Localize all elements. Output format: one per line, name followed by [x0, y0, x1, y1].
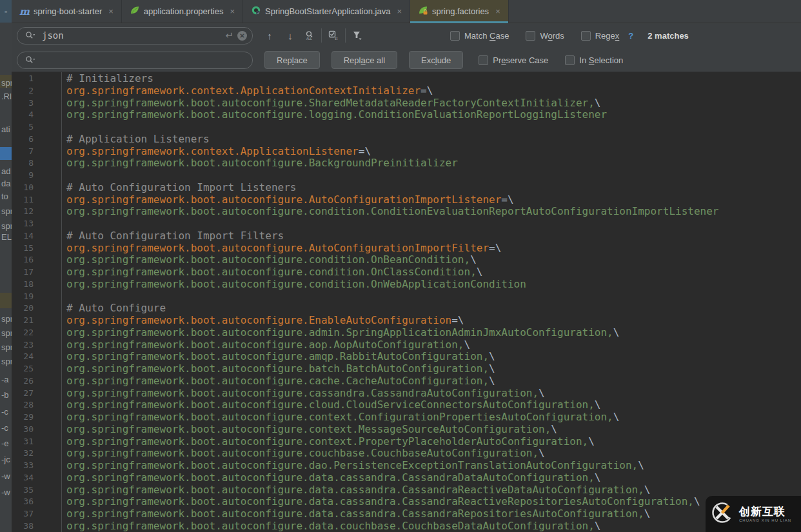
code-line[interactable]: org.springframework.context.ApplicationC… — [66, 85, 801, 97]
code-line[interactable]: org.springframework.boot.autoconfigure.c… — [66, 375, 801, 388]
code-line[interactable]: org.springframework.boot.autoconfigure.c… — [66, 399, 801, 411]
code-line[interactable]: org.springframework.boot.autoconfigure.B… — [66, 157, 801, 170]
close-tab-icon[interactable]: × — [108, 6, 114, 16]
code-line[interactable]: org.springframework.boot.autoconfigure.d… — [66, 496, 801, 508]
tree-item-fragment[interactable]: ati — [1, 124, 10, 135]
close-tab-icon[interactable]: × — [495, 6, 500, 16]
tree-item-fragment[interactable]: -w — [1, 488, 10, 498]
code-line[interactable]: org.springframework.boot.autoconfigure.d… — [66, 472, 801, 484]
tree-selected-row[interactable] — [0, 147, 12, 160]
replace-field[interactable] — [17, 52, 253, 69]
code-line[interactable]: org.springframework.boot.autoconfigure.A… — [66, 242, 801, 255]
replace-search-icon[interactable] — [23, 52, 38, 68]
code-line[interactable]: # Auto Configuration Import Filters — [66, 230, 801, 242]
code-line[interactable]: org.springframework.boot.autoconfigure.c… — [66, 254, 801, 266]
tree-item-fragment[interactable]: to — [1, 192, 8, 202]
tree-item-fragment[interactable]: spr — [1, 342, 12, 353]
tab-spring-boot-starter[interactable]: mspring-boot-starter× — [12, 0, 122, 23]
tab-spring-factories[interactable]: spring.factories× — [410, 0, 509, 23]
code-line[interactable]: org.springframework.boot.autoconfigure.c… — [66, 424, 801, 436]
project-tree-sliver[interactable]: - spr.RlatiaddatosprsprELEsprsprsprspr-a… — [0, 0, 12, 532]
search-field[interactable]: json ↵ ✕ — [17, 27, 253, 44]
tree-item-fragment[interactable]: .Rl — [1, 92, 12, 102]
replace-all-button[interactable]: Replace all — [331, 51, 397, 69]
previous-occurrence-button[interactable]: ↑ — [262, 28, 277, 43]
code-line[interactable]: org.springframework.boot.autoconfigure.E… — [66, 315, 801, 327]
code-line[interactable] — [66, 121, 801, 133]
tree-item-fragment[interactable]: -e — [1, 438, 9, 449]
code-line[interactable]: org.springframework.boot.autoconfigure.c… — [66, 266, 801, 279]
close-tab-icon[interactable]: × — [230, 6, 235, 16]
code-line[interactable]: org.springframework.boot.autoconfigure.a… — [66, 327, 801, 339]
tree-item-fragment[interactable]: spr — [1, 221, 12, 232]
checkbox-box[interactable] — [581, 31, 591, 41]
replace-button[interactable]: Replace — [264, 51, 320, 69]
select-all-occurrences-icon[interactable]: II — [326, 28, 341, 43]
code-line[interactable] — [66, 170, 801, 182]
code-line[interactable]: org.springframework.boot.autoconfigure.c… — [66, 411, 801, 424]
code-line[interactable]: org.springframework.boot.autoconfigure.c… — [66, 436, 801, 448]
code-line[interactable]: # Application Listeners — [66, 133, 801, 146]
code-line[interactable]: # Auto Configure — [66, 302, 801, 315]
code-line[interactable]: org.springframework.boot.autoconfigure.c… — [66, 279, 801, 291]
code-line[interactable]: org.springframework.boot.autoconfigure.S… — [66, 97, 801, 110]
checkbox-regex[interactable]: Regex — [581, 31, 620, 41]
checkbox-in-selection[interactable]: In Selection — [565, 55, 623, 65]
code-line[interactable]: org.springframework.boot.autoconfigure.l… — [66, 109, 801, 121]
code-line[interactable]: org.springframework.boot.autoconfigure.c… — [66, 388, 801, 400]
tree-item-fragment[interactable]: -w — [1, 471, 10, 482]
tree-item-fragment[interactable]: ELE — [1, 232, 12, 242]
tree-item-fragment[interactable]: spr — [1, 328, 12, 339]
code-line[interactable]: org.springframework.boot.autoconfigure.c… — [66, 448, 801, 460]
tab-bar: mspring-boot-starter×application.propert… — [12, 0, 801, 23]
code-line[interactable]: org.springframework.boot.autoconfigure.d… — [66, 460, 801, 472]
find-all-icon[interactable]: ALL — [302, 28, 317, 43]
exclude-button[interactable]: Exclude — [409, 51, 463, 69]
tab-application-properties[interactable]: application.properties× — [122, 0, 243, 23]
tree-item-fragment[interactable]: -c — [1, 423, 8, 433]
search-icon[interactable] — [23, 28, 38, 43]
checkbox-match-case[interactable]: Match Case — [450, 31, 509, 41]
filter-icon[interactable] — [350, 28, 365, 43]
code-line[interactable]: # Initializers — [66, 73, 801, 85]
search-input[interactable]: json — [42, 30, 221, 41]
checkbox-box[interactable] — [479, 55, 488, 65]
tab-label: SpringBootStarterApplication.java — [265, 6, 390, 16]
tree-item-fragment[interactable]: -c — [1, 407, 8, 417]
checkbox-box[interactable] — [450, 31, 460, 41]
code-line[interactable]: org.springframework.boot.autoconfigure.A… — [66, 194, 801, 206]
editor-pane[interactable]: 1234567891011121314151617181920212223242… — [12, 72, 801, 532]
tree-item-fragment[interactable]: da — [1, 179, 10, 189]
tree-item-fragment[interactable]: spr — [1, 357, 12, 367]
tree-item-fragment[interactable]: -a — [1, 375, 9, 385]
code-line[interactable]: org.springframework.boot.autoconfigure.d… — [66, 520, 801, 532]
code-line[interactable] — [66, 291, 801, 303]
clear-search-icon[interactable]: ✕ — [237, 31, 247, 41]
code-area[interactable]: # Initializersorg.springframework.contex… — [66, 73, 801, 532]
tree-item-fragment[interactable]: spr — [1, 314, 12, 324]
code-line[interactable]: org.springframework.boot.autoconfigure.a… — [66, 339, 801, 351]
code-line[interactable]: org.springframework.boot.autoconfigure.c… — [66, 206, 801, 218]
next-occurrence-button[interactable]: ↓ — [282, 28, 298, 43]
checkbox-words[interactable]: Words — [526, 31, 564, 41]
regex-help-link[interactable]: ? — [628, 31, 633, 41]
checkbox-box[interactable] — [526, 31, 535, 41]
close-tab-icon[interactable]: × — [397, 6, 402, 16]
tab-springbootstarterapplication-java[interactable]: ✓SpringBootStarterApplication.java× — [243, 0, 410, 23]
tree-highlight-row[interactable] — [0, 293, 12, 308]
tree-item-fragment[interactable]: -b — [1, 390, 9, 400]
tree-collapse-corner[interactable]: - — [0, 0, 12, 23]
code-line[interactable]: org.springframework.context.ApplicationL… — [66, 146, 801, 158]
code-line[interactable] — [66, 218, 801, 230]
tree-item-fragment[interactable]: spr — [1, 78, 12, 88]
tree-item-fragment[interactable]: ad — [1, 166, 10, 177]
code-line[interactable]: org.springframework.boot.autoconfigure.d… — [66, 508, 801, 520]
tree-item-fragment[interactable]: spr — [1, 206, 12, 217]
checkbox-preserve-case[interactable]: Preserve Case — [479, 55, 548, 65]
checkbox-box[interactable] — [565, 55, 575, 65]
tree-item-fragment[interactable]: -jc — [1, 455, 10, 465]
code-line[interactable]: org.springframework.boot.autoconfigure.d… — [66, 484, 801, 497]
code-line[interactable]: org.springframework.boot.autoconfigure.a… — [66, 351, 801, 363]
code-line[interactable]: org.springframework.boot.autoconfigure.b… — [66, 363, 801, 375]
code-line[interactable]: # Auto Configuration Import Listeners — [66, 182, 801, 194]
